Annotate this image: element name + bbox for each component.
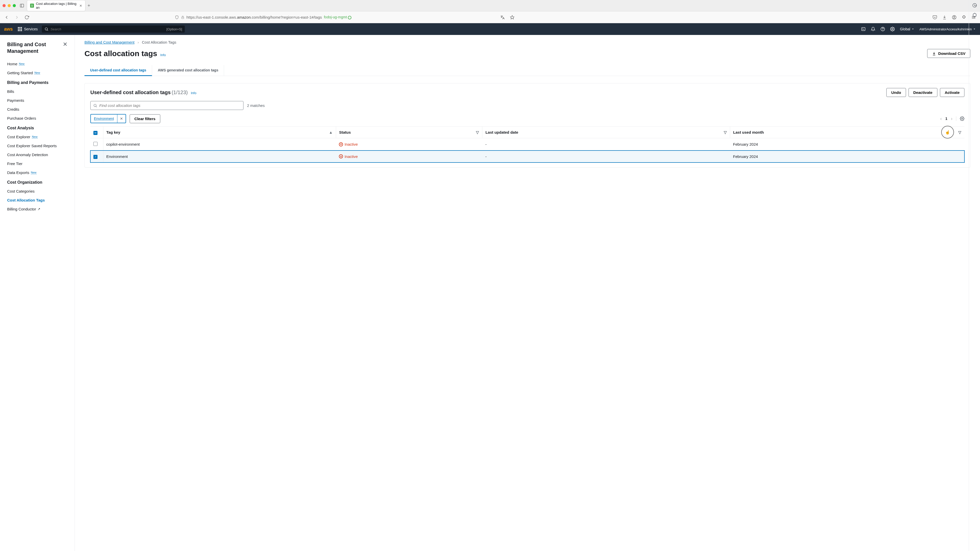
search-input[interactable]	[99, 103, 241, 108]
bookmark-icon[interactable]	[509, 14, 515, 21]
sort-asc-icon: ▲	[329, 130, 333, 135]
cell-tag-key: copilot-environment	[103, 138, 336, 151]
svg-point-15	[892, 29, 893, 30]
row-checkbox[interactable]: ✓	[94, 155, 97, 159]
translate-icon[interactable]	[499, 14, 506, 21]
table-row[interactable]: copilot-environment ✕Inactive - February…	[90, 138, 964, 151]
row-checkbox[interactable]	[94, 142, 97, 146]
sidebar-item-payments[interactable]: Payments	[0, 96, 75, 105]
undo-button[interactable]: Undo	[886, 88, 906, 97]
sidebar-item-saved-reports[interactable]: Cost Explorer Saved Reports	[0, 141, 75, 150]
cell-updated: -	[482, 138, 730, 151]
close-window-icon[interactable]	[3, 4, 6, 7]
header-updated[interactable]: Last updated date▽	[482, 127, 730, 138]
section-cost-analysis: Cost Analysis	[0, 123, 75, 132]
sidebar-close-icon[interactable]: ✕	[63, 41, 67, 48]
chevron-down-icon	[912, 27, 915, 30]
history-panel-icon[interactable]	[972, 13, 977, 17]
aws-search[interactable]: [Option+S]	[42, 25, 185, 33]
header-checkbox[interactable]	[90, 127, 103, 138]
browser-tab[interactable]: $ Cost allocation tags | Billing an ✕	[27, 0, 86, 11]
pocket-icon[interactable]	[932, 14, 938, 21]
header-status[interactable]: Status▽	[336, 127, 482, 138]
download-csv-button[interactable]: Download CSV	[927, 49, 970, 58]
tab-aws-generated[interactable]: AWS generated cost allocation tags	[152, 65, 224, 76]
sidebar-item-anomaly[interactable]: Cost Anomaly Detection	[0, 150, 75, 159]
sidebar-item-data-exports[interactable]: Data ExportsNew	[0, 168, 75, 177]
sidebar-item-bills[interactable]: Bills	[0, 87, 75, 96]
section-cost-org: Cost Organization	[0, 177, 75, 187]
page-prev-icon[interactable]: ‹	[940, 116, 942, 121]
sidebar-item-cost-allocation-tags[interactable]: Cost Allocation Tags	[0, 196, 75, 205]
table-settings-icon[interactable]	[956, 116, 964, 121]
profile-badge[interactable]: fodoj-ug-mgmt	[324, 15, 352, 19]
reload-button[interactable]	[24, 14, 30, 21]
breadcrumb-sep-icon: ›	[138, 40, 139, 44]
new-tab-button[interactable]: +	[88, 3, 90, 8]
breadcrumb-root[interactable]: Billing and Cost Management	[84, 40, 135, 44]
info-link[interactable]: Info	[160, 53, 166, 57]
sidebar-item-purchase-orders[interactable]: Purchase Orders	[0, 114, 75, 123]
tab-user-defined[interactable]: User-defined cost allocation tags	[84, 65, 152, 76]
maximize-window-icon[interactable]	[13, 4, 16, 7]
sidebar-item-free-tier[interactable]: Free Tier	[0, 159, 75, 168]
filter-chip: Environment ✕	[90, 114, 126, 123]
services-button[interactable]: Services	[18, 27, 38, 31]
shield-icon[interactable]	[175, 15, 179, 19]
activate-button[interactable]: Activate	[940, 88, 964, 97]
info-panel-icon[interactable]	[972, 3, 977, 8]
table-row[interactable]: ✓ Environment ✕Inactive - February 2024	[90, 151, 964, 163]
minimize-window-icon[interactable]	[8, 4, 11, 7]
svg-point-18	[94, 104, 96, 106]
sidebar-item-billing-conductor[interactable]: Billing Conductor↗	[0, 205, 75, 213]
svg-point-9	[45, 28, 47, 30]
sidebar-item-credits[interactable]: Credits	[0, 105, 75, 114]
help-icon[interactable]	[880, 27, 885, 32]
sidebar-item-getting-started[interactable]: Getting StartedNew	[0, 68, 75, 77]
search-icon	[45, 27, 48, 31]
svg-marker-24	[973, 13, 976, 17]
region-selector[interactable]: Global	[900, 27, 914, 31]
error-circle-icon: ✕	[339, 154, 343, 159]
checkbox-indeterminate-icon[interactable]	[94, 131, 97, 135]
extensions-icon[interactable]	[961, 14, 967, 21]
panel-info-link[interactable]: Info	[191, 91, 197, 95]
matches-label: 2 matches	[247, 103, 265, 108]
bell-icon[interactable]	[871, 27, 875, 32]
chip-remove-icon[interactable]: ✕	[117, 114, 126, 123]
url-text: https://us-east-1.console.aws.amazon.com…	[186, 15, 322, 19]
account-icon[interactable]	[951, 14, 958, 21]
url-field[interactable]: https://us-east-1.console.aws.amazon.com…	[33, 15, 496, 19]
svg-line-10	[47, 30, 48, 30]
cell-updated: -	[482, 151, 730, 163]
settings-icon[interactable]	[890, 27, 895, 32]
back-button[interactable]	[3, 14, 10, 21]
aws-logo-icon[interactable]: aws	[4, 27, 13, 32]
header-used[interactable]: Last used month▽	[730, 127, 964, 138]
downloads-icon[interactable]	[941, 14, 948, 21]
account-selector[interactable]: AWSAdministratorAccess/kshirinkin	[920, 27, 976, 31]
search-input[interactable]	[51, 27, 164, 31]
aws-topbar: aws Services [Option+S] Global AWSAdmini…	[0, 23, 980, 35]
search-box[interactable]	[90, 101, 243, 110]
clear-filters-button[interactable]: Clear filters	[130, 114, 161, 123]
svg-point-23	[974, 5, 975, 5]
cell-used: February 2024	[730, 151, 964, 163]
status-badge: ✕Inactive	[339, 142, 479, 146]
cloudshell-icon[interactable]	[861, 27, 865, 32]
chip-label[interactable]: Environment	[91, 114, 117, 123]
lock-icon[interactable]	[181, 16, 185, 19]
forward-button[interactable]	[13, 14, 21, 21]
page-next-icon[interactable]: ›	[951, 116, 953, 121]
deactivate-button[interactable]: Deactivate	[908, 88, 937, 97]
sidebar-item-cost-categories[interactable]: Cost Categories	[0, 187, 75, 196]
tab-close-icon[interactable]: ✕	[80, 4, 82, 8]
header-tag-key[interactable]: Tag key▲	[103, 127, 336, 138]
sidebar-item-home[interactable]: HomeNew	[0, 59, 75, 68]
sidebar-toggle-icon[interactable]	[20, 3, 24, 8]
sidebar-item-cost-explorer[interactable]: Cost ExplorerNew	[0, 132, 75, 141]
svg-marker-16	[912, 29, 914, 30]
svg-rect-0	[20, 4, 24, 7]
sidebar: Billing and Cost Management ✕ HomeNew Ge…	[0, 35, 75, 551]
right-rail	[969, 0, 980, 551]
